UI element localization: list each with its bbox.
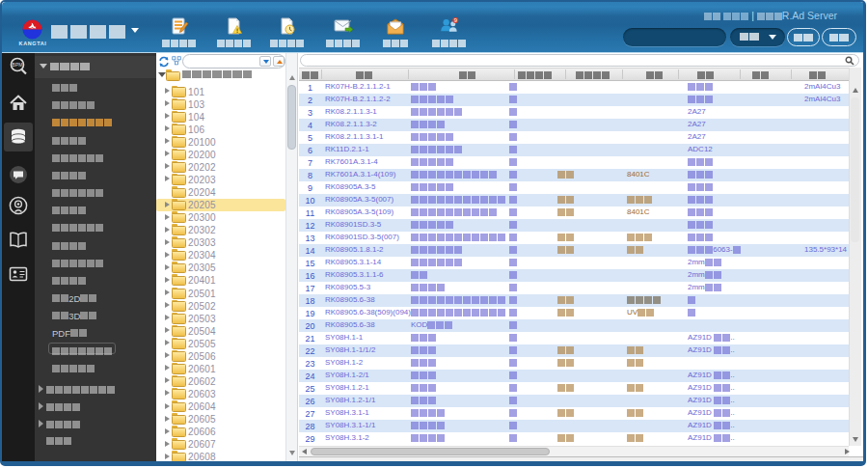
svg-text:9: 9 [454,17,457,23]
svg-text:BPM: BPM [13,62,23,68]
